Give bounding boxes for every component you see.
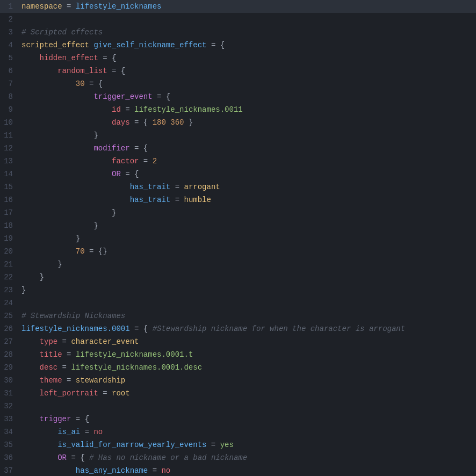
code-line: 35 is_valid_for_narrow_yearly_events = y… xyxy=(0,438,476,451)
line-number: 3 xyxy=(0,26,19,39)
line-number: 27 xyxy=(0,335,19,348)
line-content: # Scripted effects xyxy=(19,26,476,39)
line-content: # Stewardship Nicknames xyxy=(19,309,476,322)
line-content: days = { 180 360 } xyxy=(19,116,476,129)
line-number: 19 xyxy=(0,232,19,245)
line-number: 12 xyxy=(0,142,19,155)
line-number: 28 xyxy=(0,348,19,361)
line-number: 33 xyxy=(0,413,19,425)
line-content xyxy=(19,400,476,413)
line-content: } xyxy=(19,258,476,271)
line-content: is_ai = no xyxy=(19,425,476,438)
line-number: 34 xyxy=(0,425,19,438)
line-number: 4 xyxy=(0,39,19,52)
code-line: 30 theme = stewardship xyxy=(0,374,476,387)
code-line: 5 hidden_effect = { xyxy=(0,52,476,64)
code-line: 14 OR = { xyxy=(0,168,476,181)
line-number: 35 xyxy=(0,438,19,451)
code-line: 21 } xyxy=(0,258,476,271)
line-content: } xyxy=(19,129,476,142)
code-editor: 1namespace = lifestyle_nicknames2 3# Scr… xyxy=(0,0,476,476)
code-line: 29 desc = lifestyle_nicknames.0001.desc xyxy=(0,361,476,374)
line-content: OR = { # Has no nickname or a bad nickna… xyxy=(19,451,476,464)
line-number: 17 xyxy=(0,206,19,219)
line-number: 18 xyxy=(0,219,19,232)
line-content: lifestyle_nicknames.0001 = { #Stewardshi… xyxy=(19,322,476,335)
line-number: 14 xyxy=(0,168,19,181)
line-content: } xyxy=(19,271,476,284)
line-content: hidden_effect = { xyxy=(19,52,476,64)
line-content: type = character_event xyxy=(19,335,476,348)
line-number: 37 xyxy=(0,464,19,476)
code-line: 8 trigger_event = { xyxy=(0,90,476,103)
line-number: 22 xyxy=(0,271,19,284)
line-number: 36 xyxy=(0,451,19,464)
line-number: 20 xyxy=(0,245,19,258)
line-number: 23 xyxy=(0,284,19,297)
code-line: 15 has_trait = arrogant xyxy=(0,181,476,193)
line-content: has_any_nickname = no xyxy=(19,464,476,476)
line-content xyxy=(19,13,476,26)
line-number: 9 xyxy=(0,103,19,116)
line-number: 29 xyxy=(0,361,19,374)
code-line: 9 id = lifestyle_nicknames.0011 xyxy=(0,103,476,116)
line-number: 2 xyxy=(0,13,19,26)
line-number: 1 xyxy=(0,0,19,13)
line-content: desc = lifestyle_nicknames.0001.desc xyxy=(19,361,476,374)
line-number: 31 xyxy=(0,387,19,400)
line-content: } xyxy=(19,206,476,219)
line-content: scripted_effect give_self_nickname_effec… xyxy=(19,39,476,52)
code-line: 36 OR = { # Has no nickname or a bad nic… xyxy=(0,451,476,464)
code-line: 16 has_trait = humble xyxy=(0,193,476,206)
line-content: } xyxy=(19,232,476,245)
line-content: id = lifestyle_nicknames.0011 xyxy=(19,103,476,116)
line-content: has_trait = humble xyxy=(19,193,476,206)
line-number: 30 xyxy=(0,374,19,387)
line-content: namespace = lifestyle_nicknames xyxy=(19,0,476,13)
code-line: 31 left_portrait = root xyxy=(0,387,476,400)
code-line: 22 } xyxy=(0,271,476,284)
code-line: 19 } xyxy=(0,232,476,245)
line-content: left_portrait = root xyxy=(19,387,476,400)
code-line: 6 random_list = { xyxy=(0,64,476,77)
line-content: trigger_event = { xyxy=(19,90,476,103)
line-number: 32 xyxy=(0,400,19,413)
code-line: 25# Stewardship Nicknames xyxy=(0,309,476,322)
code-line: 17 } xyxy=(0,206,476,219)
line-number: 16 xyxy=(0,193,19,206)
code-line: 10 days = { 180 360 } xyxy=(0,116,476,129)
line-number: 25 xyxy=(0,309,19,322)
line-number: 6 xyxy=(0,64,19,77)
line-content: factor = 2 xyxy=(19,155,476,168)
line-number: 11 xyxy=(0,129,19,142)
line-content: } xyxy=(19,219,476,232)
code-line: 12 modifier = { xyxy=(0,142,476,155)
code-line: 11 } xyxy=(0,129,476,142)
line-content: 30 = { xyxy=(19,77,476,90)
line-content: theme = stewardship xyxy=(19,374,476,387)
line-content: OR = { xyxy=(19,168,476,181)
line-number: 15 xyxy=(0,181,19,193)
line-content: } xyxy=(19,284,476,297)
code-line: 18 } xyxy=(0,219,476,232)
code-line: 7 30 = { xyxy=(0,77,476,90)
line-content: trigger = { xyxy=(19,413,476,425)
line-number: 10 xyxy=(0,116,19,129)
line-number: 26 xyxy=(0,322,19,335)
line-content: random_list = { xyxy=(19,64,476,77)
line-content: modifier = { xyxy=(19,142,476,155)
code-line: 1namespace = lifestyle_nicknames xyxy=(0,0,476,13)
line-number: 5 xyxy=(0,52,19,64)
code-line: 34 is_ai = no xyxy=(0,425,476,438)
line-number: 8 xyxy=(0,90,19,103)
line-number: 7 xyxy=(0,77,19,90)
line-content xyxy=(19,297,476,309)
line-number: 21 xyxy=(0,258,19,271)
code-line: 27 type = character_event xyxy=(0,335,476,348)
code-line: 33 trigger = { xyxy=(0,413,476,425)
code-line: 28 title = lifestyle_nicknames.0001.t xyxy=(0,348,476,361)
code-line: 37 has_any_nickname = no xyxy=(0,464,476,476)
code-line: 32 xyxy=(0,400,476,413)
code-line: 20 70 = {} xyxy=(0,245,476,258)
code-line: 23} xyxy=(0,284,476,297)
